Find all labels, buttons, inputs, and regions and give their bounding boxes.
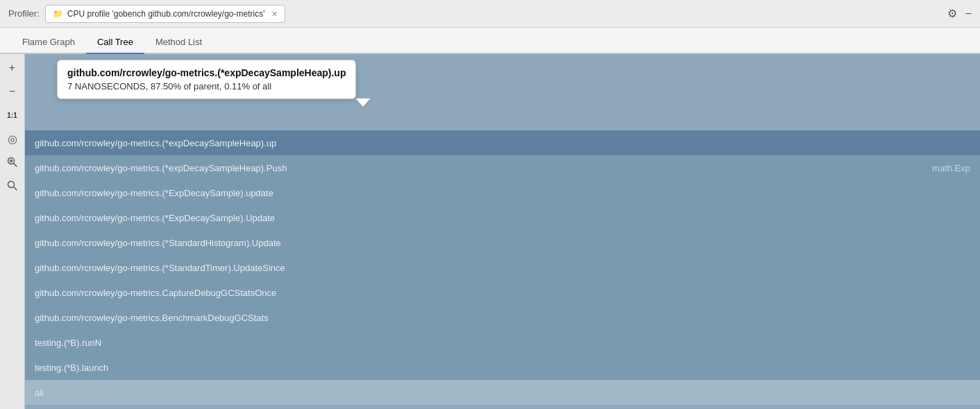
call-tree-rows: github.com/rcrowley/go-metrics.(*expDeca… (25, 130, 980, 409)
call-tree-area: github.com/rcrowley/go-metrics.(*expDeca… (25, 54, 980, 409)
tab-flame-graph[interactable]: Flame Graph (11, 31, 86, 54)
svg-point-4 (8, 182, 14, 188)
profile-tab[interactable]: 📁 CPU profile 'gobench github.com/rcrowl… (45, 5, 285, 23)
svg-line-5 (14, 187, 17, 190)
close-tab-button[interactable]: × (272, 8, 278, 19)
top-bar-actions: ⚙ − (947, 7, 972, 20)
tab-call-tree[interactable]: Call Tree (86, 31, 144, 54)
sidebar: + − 1:1 ◎ (0, 54, 25, 409)
gear-icon[interactable]: ⚙ (947, 7, 957, 20)
row-text: github.com/rcrowley/go-metrics.(*Standar… (35, 238, 970, 248)
table-row[interactable]: testing.(*B).launch (25, 355, 980, 380)
table-row[interactable]: github.com/rcrowley/go-metrics.(*Standar… (25, 230, 980, 255)
row-text: all (35, 388, 970, 398)
row-extra: math.Exp (932, 163, 980, 173)
tooltip-title: github.com/rcrowley/go-metrics.(*expDeca… (67, 67, 346, 78)
search-zoom-icon[interactable] (4, 154, 21, 171)
profiler-label: Profiler: (8, 8, 40, 19)
zoom-out-icon[interactable]: − (4, 83, 21, 100)
tooltip-arrow (356, 98, 370, 107)
eye-icon[interactable]: ◎ (4, 130, 21, 147)
table-row[interactable]: github.com/rcrowley/go-metrics.(*ExpDeca… (25, 205, 980, 230)
table-row[interactable]: github.com/rcrowley/go-metrics.(*expDeca… (25, 130, 980, 155)
row-text: testing.(*B).runN (35, 338, 970, 348)
top-bar: Profiler: 📁 CPU profile 'gobench github.… (0, 0, 980, 28)
table-row[interactable]: github.com/rcrowley/go-metrics.(*ExpDeca… (25, 180, 980, 205)
row-text: github.com/rcrowley/go-metrics.Benchmark… (35, 313, 970, 323)
zoom-in-icon[interactable]: + (4, 60, 21, 76)
main-content: + − 1:1 ◎ github.com/rcrowley/go-metrics… (0, 54, 980, 409)
svg-line-1 (14, 164, 17, 166)
table-row[interactable]: all (25, 380, 980, 405)
table-row[interactable]: github.com/rcrowley/go-metrics.CaptureDe… (25, 280, 980, 305)
row-text: github.com/rcrowley/go-metrics.CaptureDe… (35, 288, 970, 298)
profile-tab-title: CPU profile 'gobench github.com/rcrowley… (67, 9, 265, 19)
row-text: github.com/rcrowley/go-metrics.(*Standar… (35, 263, 970, 273)
table-row[interactable]: testing.(*B).runN (25, 330, 980, 355)
row-text: testing.(*B).launch (35, 363, 970, 373)
row-text: github.com/rcrowley/go-metrics.(*ExpDeca… (35, 213, 970, 223)
ratio-icon[interactable]: 1:1 (4, 107, 21, 123)
tooltip: github.com/rcrowley/go-metrics.(*expDeca… (57, 60, 356, 99)
row-text: github.com/rcrowley/go-metrics.(*ExpDeca… (35, 188, 970, 198)
table-row[interactable]: github.com/rcrowley/go-metrics.Benchmark… (25, 305, 980, 330)
row-text: github.com/rcrowley/go-metrics.(*expDeca… (35, 163, 932, 173)
table-row[interactable]: github.com/rcrowley/go-metrics.(*expDeca… (25, 155, 980, 180)
search-icon[interactable] (4, 177, 21, 194)
tooltip-subtitle: 7 NANOSECONDS, 87.50% of parent, 0.11% o… (67, 81, 346, 92)
row-text: github.com/rcrowley/go-metrics.(*expDeca… (35, 138, 970, 148)
folder-icon: 📁 (53, 9, 63, 19)
tab-method-list[interactable]: Method List (144, 31, 213, 54)
table-row[interactable]: github.com/rcrowley/go-metrics.(*Standar… (25, 255, 980, 280)
minimize-icon[interactable]: − (965, 8, 972, 20)
tabs-bar: Flame Graph Call Tree Method List (0, 28, 980, 54)
